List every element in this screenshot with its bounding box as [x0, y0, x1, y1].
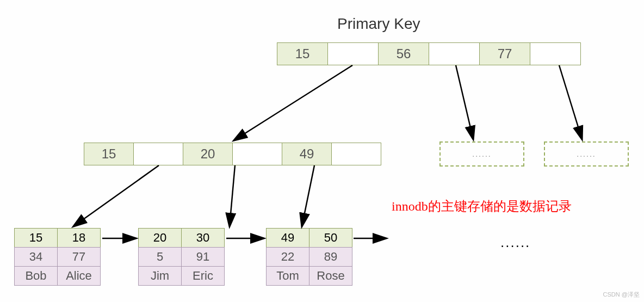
leaf-node-2: 49 50 22 89 Tom Rose — [267, 229, 352, 286]
svg-line-5 — [302, 165, 314, 226]
btree-node-placeholder-1: ...... — [439, 141, 524, 167]
leaf2-key-1: 50 — [309, 228, 352, 248]
leaf2-key-0: 49 — [266, 228, 309, 248]
watermark: CSDN @泽坚 — [603, 291, 640, 299]
annotation-text: innodb的主键存储的是数据记录 — [392, 198, 572, 215]
leaf0-r0-c0: 34 — [14, 247, 58, 267]
root-ptr-1 — [429, 42, 480, 65]
btree-root-node: 15 56 77 — [277, 42, 581, 65]
leaf-node-0: 15 18 34 77 Bob Alice — [15, 229, 101, 286]
leaf2-r1-c1: Rose — [309, 266, 352, 286]
diagram-title: Primary Key — [337, 15, 420, 33]
leaf0-r1-c0: Bob — [14, 266, 58, 286]
internal-key-0: 15 — [84, 143, 134, 165]
leaf1-r1-c1: Eric — [181, 266, 225, 286]
root-ptr-2 — [530, 42, 581, 65]
root-key-2: 77 — [479, 42, 530, 65]
root-key-0: 15 — [277, 42, 328, 65]
btree-node-placeholder-2: ...... — [544, 141, 629, 167]
leaf1-key-0: 20 — [138, 228, 182, 248]
leaf0-r1-c1: Alice — [57, 266, 101, 286]
leaf2-r0-c1: 89 — [309, 247, 352, 267]
leaf2-r1-c0: Tom — [266, 266, 309, 286]
internal-key-1: 20 — [183, 143, 233, 165]
more-leaves-indicator: ...... — [500, 234, 530, 251]
svg-line-1 — [456, 65, 473, 139]
leaf0-key-1: 18 — [57, 228, 101, 248]
svg-line-4 — [230, 165, 235, 226]
svg-line-0 — [234, 65, 352, 140]
btree-internal-node: 15 20 49 — [84, 143, 381, 165]
leaf-node-1: 20 30 5 91 Jim Eric — [139, 229, 225, 286]
svg-line-3 — [73, 165, 159, 226]
leaf1-r0-c0: 5 — [138, 247, 182, 267]
internal-ptr-1 — [232, 143, 282, 165]
leaf1-r1-c0: Jim — [138, 266, 182, 286]
internal-ptr-2 — [331, 143, 381, 165]
root-key-1: 56 — [378, 42, 429, 65]
leaf2-r0-c0: 22 — [266, 247, 309, 267]
leaf1-key-1: 30 — [181, 228, 225, 248]
internal-key-2: 49 — [282, 143, 332, 165]
leaf0-r0-c1: 77 — [57, 247, 101, 267]
root-ptr-0 — [327, 42, 379, 65]
leaf1-r0-c1: 91 — [181, 247, 225, 267]
leaf0-key-0: 15 — [14, 228, 58, 248]
svg-line-2 — [559, 65, 582, 139]
internal-ptr-0 — [133, 143, 183, 165]
